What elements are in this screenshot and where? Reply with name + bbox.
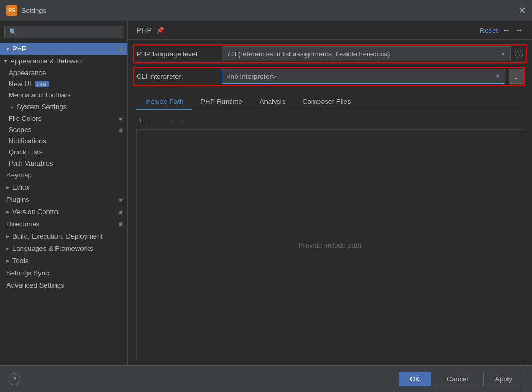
sync-icon-php: ▣: [118, 46, 123, 52]
sidebar-item-scopes[interactable]: Scopes ▣: [0, 124, 127, 135]
sidebar-item-languages[interactable]: ▸ Languages & Frameworks: [0, 242, 127, 255]
expand-arrow-build: ▸: [6, 233, 9, 239]
sidebar-item-editor[interactable]: ▸ Editor: [0, 181, 127, 193]
content-header: PHP 📌 Reset ← →: [128, 21, 532, 40]
expand-arrow-tools: ▸: [6, 258, 9, 264]
cli-interpreter-select[interactable]: <no interpreter> ▼: [222, 69, 505, 84]
tab-content-include-path: + − ↑ ↓ ↕ Provide include path: [128, 110, 532, 365]
sync-icon-file-colors: ▣: [118, 116, 123, 121]
title-bar: PS Settings ✕: [0, 0, 532, 21]
empty-state-text: Provide include path: [299, 241, 361, 249]
sidebar-item-build[interactable]: ▸ Build, Execution, Deployment: [0, 230, 127, 242]
search-box[interactable]: 🔍: [4, 26, 123, 38]
sidebar-item-quick-lists-label: Quick Lists: [9, 148, 43, 156]
sidebar-item-file-colors-label: File Colors: [9, 115, 42, 123]
help-icon-php-level[interactable]: ?: [515, 50, 523, 58]
php-level-label: PHP language level:: [136, 50, 222, 58]
nav-buttons: Reset ← →: [480, 26, 523, 35]
move-down-button[interactable]: ↓: [168, 115, 176, 125]
sidebar-item-appearance-behavior-label: Appearance & Behavior: [10, 57, 83, 65]
cancel-button[interactable]: Cancel: [436, 372, 479, 386]
tab-analysis[interactable]: Analysis: [251, 94, 294, 110]
search-icon: 🔍: [9, 28, 17, 36]
app-icon: PS: [6, 5, 17, 16]
cli-interpreter-label: CLI Interpreter:: [136, 72, 222, 80]
sidebar-item-version-control[interactable]: ▸ Version Control ▣: [0, 206, 127, 218]
sync-icon-directories: ▣: [118, 221, 123, 227]
back-button[interactable]: ←: [502, 26, 511, 35]
sidebar-item-vc-label: Version Control: [12, 208, 60, 216]
content-area: PHP 📌 Reset ← → 1 PHP language level: 7.…: [128, 21, 532, 365]
sidebar-item-notifications[interactable]: Notifications: [0, 135, 127, 146]
sidebar-item-path-variables-label: Path Variables: [9, 159, 53, 167]
sidebar-item-directories-label: Directories: [6, 220, 39, 228]
cli-interpreter-row: 2 CLI Interpreter: <no interpreter> ▼ ..…: [136, 69, 523, 84]
sidebar-item-appearance[interactable]: Appearance: [0, 67, 127, 78]
form-area: 1 PHP language level: 7.3 (references in…: [128, 40, 532, 94]
php-level-arrow: ▼: [501, 51, 506, 57]
reset-button[interactable]: Reset: [480, 27, 498, 35]
sync-icon-scopes: ▣: [118, 127, 123, 133]
sidebar-item-menus-toolbars[interactable]: Menus and Toolbars: [0, 89, 127, 101]
sidebar-item-new-ui-label: New UI: [9, 80, 31, 88]
sync-icon-vc: ▣: [118, 209, 123, 215]
section-title: PHP: [136, 26, 152, 35]
sidebar-item-appearance-behavior[interactable]: ▾ Appearance & Behavior: [0, 55, 127, 67]
cli-interpreter-arrow: ▼: [495, 74, 501, 79]
sidebar-item-keymap-label: Keymap: [6, 171, 32, 179]
cli-interpreter-value: <no interpreter>: [227, 72, 276, 80]
ok-button[interactable]: OK: [399, 372, 431, 386]
tab-include-path[interactable]: Include Path: [136, 94, 192, 110]
sidebar-item-tools[interactable]: ▸ Tools: [0, 255, 127, 267]
sidebar-item-scopes-label: Scopes: [9, 126, 31, 134]
sidebar-item-settings-sync-label: Settings Sync: [6, 269, 49, 277]
move-up-button[interactable]: ↑: [158, 115, 166, 125]
sidebar-item-plugins[interactable]: Plugins ▣: [0, 193, 127, 206]
expand-arrow-editor: ▸: [6, 184, 9, 190]
forward-button[interactable]: →: [515, 26, 523, 35]
sidebar-item-advanced-settings-label: Advanced Settings: [6, 281, 64, 289]
window-title: Settings: [21, 6, 46, 14]
sidebar-item-system-label: System Settings: [17, 103, 67, 111]
sidebar-item-languages-label: Languages & Frameworks: [12, 244, 93, 252]
sidebar-item-appearance-label: Appearance: [9, 69, 46, 77]
php-level-value: 7.3 (references in list assignments, fle…: [227, 50, 390, 58]
apply-button[interactable]: Apply: [483, 372, 523, 386]
search-input[interactable]: [20, 28, 118, 36]
sidebar-item-advanced-settings[interactable]: Advanced Settings: [0, 279, 127, 291]
sidebar-item-system-settings[interactable]: ▸ System Settings: [0, 101, 127, 113]
tab-toolbar: + − ↑ ↓ ↕: [136, 115, 523, 125]
cli-interpreter-ellipsis-button[interactable]: ...: [509, 69, 523, 84]
help-button[interactable]: ?: [9, 373, 20, 385]
sidebar-item-quick-lists[interactable]: Quick Lists: [0, 146, 127, 158]
sidebar: 🔍 ▾ PHP ▣ ▾ Appearance & Behavior Appear…: [0, 21, 128, 365]
sidebar-item-settings-sync[interactable]: Settings Sync: [0, 267, 127, 279]
tab-php-runtime[interactable]: PHP Runtime: [192, 94, 251, 110]
php-level-select[interactable]: 7.3 (references in list assignments, fle…: [222, 46, 511, 61]
sidebar-item-tools-label: Tools: [12, 257, 28, 265]
sidebar-item-menus-label: Menus and Toolbars: [9, 91, 71, 99]
sidebar-item-editor-label: Editor: [12, 183, 30, 191]
new-ui-badge: Beta: [35, 81, 49, 87]
sidebar-item-build-label: Build, Execution, Deployment: [12, 232, 103, 240]
close-button[interactable]: ✕: [519, 6, 526, 15]
sidebar-item-php[interactable]: ▾ PHP ▣: [0, 43, 127, 55]
sidebar-item-directories[interactable]: Directories ▣: [0, 218, 127, 230]
bottom-bar: ? OK Cancel Apply: [0, 365, 532, 392]
sidebar-item-file-colors[interactable]: File Colors ▣: [0, 113, 127, 124]
tab-composer-files[interactable]: Composer Files: [294, 94, 359, 110]
sync-icon-plugins: ▣: [118, 197, 123, 202]
expand-arrow-appearance-behavior: ▾: [4, 58, 7, 64]
sidebar-item-path-variables[interactable]: Path Variables: [0, 158, 127, 169]
expand-arrow-php: ▾: [6, 46, 9, 52]
main-layout: 🔍 ▾ PHP ▣ ▾ Appearance & Behavior Appear…: [0, 21, 532, 365]
sidebar-item-php-label: PHP: [12, 45, 27, 53]
sidebar-item-keymap[interactable]: Keymap: [0, 169, 127, 181]
sort-button[interactable]: ↕: [178, 115, 186, 125]
sidebar-item-new-ui[interactable]: New UI Beta: [0, 78, 127, 89]
expand-arrow-languages: ▸: [6, 246, 9, 251]
php-level-row: 1 PHP language level: 7.3 (references in…: [136, 46, 523, 61]
add-path-button[interactable]: +: [136, 115, 145, 125]
tabs-container: Include Path PHP Runtime Analysis Compos…: [136, 94, 523, 110]
remove-path-button[interactable]: −: [147, 115, 156, 125]
